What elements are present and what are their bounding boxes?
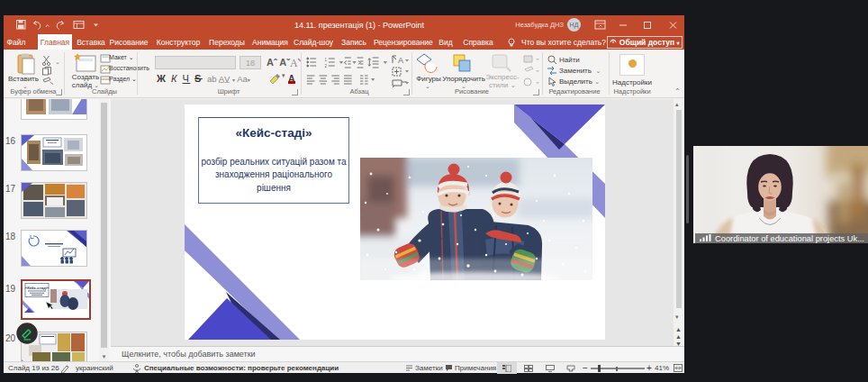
svg-text:2: 2 bbox=[325, 64, 328, 68]
svg-text:1: 1 bbox=[325, 58, 328, 62]
svg-text:«Кейс-стаді»: «Кейс-стаді» bbox=[25, 286, 50, 290]
svg-text:A: A bbox=[290, 57, 298, 68]
svg-text:A: A bbox=[398, 56, 403, 65]
svg-text:Coordinator of educational pro: Coordinator of educational projects Uk..… bbox=[715, 234, 864, 243]
